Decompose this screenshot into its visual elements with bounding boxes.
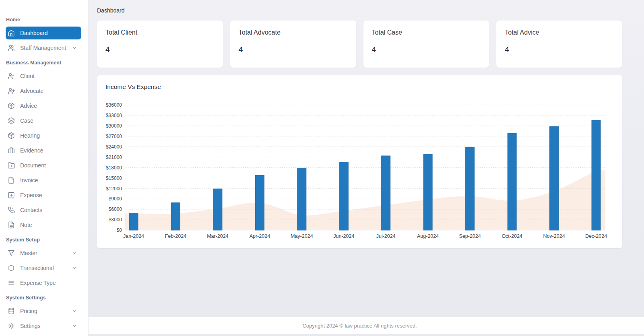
income-bar-sep-2024[interactable] bbox=[466, 147, 475, 230]
sidebar-item-label: Master bbox=[20, 250, 72, 256]
sidebar-item-label: Contacts bbox=[20, 207, 77, 213]
x-axis-label: Jun-2024 bbox=[333, 233, 354, 239]
sidebar-section-header-business-management: Business Management bbox=[0, 60, 88, 66]
chart-canvas: $0$3000$6000$9000$12000$15000$18000$2100… bbox=[105, 95, 615, 243]
sidebar-item-expense-type[interactable]: Expense Type bbox=[6, 276, 81, 289]
sidebar-item-label: Expense Type bbox=[20, 280, 77, 286]
income-bar-mar-2024[interactable] bbox=[213, 189, 222, 230]
sidebar-item-invoice[interactable]: Invoice bbox=[6, 174, 81, 187]
income-bar-aug-2024[interactable] bbox=[423, 154, 432, 230]
sidebar-item-evidence[interactable]: Evidence bbox=[6, 144, 81, 157]
stat-card-total-client: Total Client4 bbox=[97, 21, 223, 68]
sidebar-item-dashboard[interactable]: Dashboard bbox=[6, 27, 81, 39]
hexagon-icon bbox=[8, 264, 15, 272]
sidebar-item-label: Case bbox=[20, 117, 77, 124]
income-expense-chart[interactable]: $0$3000$6000$9000$12000$15000$18000$2100… bbox=[105, 95, 615, 243]
sidebar-item-label: Advice bbox=[20, 103, 77, 109]
user-check-icon bbox=[8, 72, 15, 80]
sidebar-item-advice[interactable]: Advice bbox=[6, 99, 81, 112]
y-axis-label: $3000 bbox=[109, 217, 122, 223]
y-axis-label: $6000 bbox=[109, 206, 122, 212]
chart-card: Income Vs Expense $0$3000$6000$9000$1200… bbox=[97, 75, 622, 248]
plus-square-icon bbox=[8, 192, 15, 199]
sidebar-item-expense[interactable]: Expense bbox=[6, 189, 81, 202]
y-axis-label: $33000 bbox=[106, 113, 122, 118]
sidebar-item-label: Settings bbox=[20, 323, 72, 329]
sidebar-item-contacts[interactable]: Contacts bbox=[6, 204, 81, 216]
y-axis-label: $9000 bbox=[109, 196, 122, 202]
filter-icon bbox=[8, 249, 15, 257]
income-bar-jul-2024[interactable] bbox=[382, 156, 390, 230]
income-bar-jun-2024[interactable] bbox=[339, 162, 348, 230]
y-axis-label: $36000 bbox=[106, 102, 122, 108]
sidebar-item-pricing[interactable]: Pricing bbox=[6, 305, 81, 317]
expense-area-series[interactable] bbox=[125, 169, 605, 230]
sidebar-item-label: Expense bbox=[20, 192, 77, 198]
sidebar-section-header-system-setup: System Setup bbox=[0, 237, 88, 243]
stat-card-total-advice: Total Advice4 bbox=[496, 21, 622, 68]
chevron-down-icon bbox=[72, 323, 77, 329]
file-text-icon bbox=[8, 221, 15, 229]
stat-cards-row: Total Client4Total Advocate4Total Case4T… bbox=[97, 21, 622, 68]
gear-icon bbox=[8, 322, 15, 330]
stat-card-title: Total Client bbox=[105, 29, 215, 36]
stat-card-value: 4 bbox=[105, 45, 215, 54]
sidebar-item-transactional[interactable]: Transactional bbox=[6, 262, 81, 274]
main-content: Dashboard Total Client4Total Advocate4To… bbox=[89, 0, 644, 336]
income-bar-nov-2024[interactable] bbox=[550, 127, 559, 230]
x-axis-label: Feb-2024 bbox=[165, 233, 187, 239]
copyright-text: Copyright 2024 © law practice All rights… bbox=[302, 323, 417, 329]
x-axis-label: May-2024 bbox=[291, 233, 313, 239]
stat-card-total-case: Total Case4 bbox=[363, 21, 489, 68]
sidebar-nav: HomeDashboardStaff ManagementBusiness Ma… bbox=[0, 17, 88, 332]
sidebar-item-document[interactable]: Document bbox=[6, 159, 81, 172]
chevron-down-icon bbox=[72, 45, 77, 51]
y-axis-label: $30000 bbox=[106, 123, 122, 129]
stat-card-value: 4 bbox=[372, 45, 481, 54]
sidebar-item-hearing[interactable]: Hearing bbox=[6, 129, 81, 142]
sidebar: HomeDashboardStaff ManagementBusiness Ma… bbox=[0, 0, 88, 336]
sidebar-item-label: Dashboard bbox=[20, 30, 77, 36]
x-axis-label: Oct-2024 bbox=[502, 233, 522, 239]
user-plus-icon bbox=[8, 87, 15, 95]
income-bar-oct-2024[interactable] bbox=[508, 133, 516, 230]
sidebar-item-case[interactable]: Case bbox=[6, 114, 81, 127]
package-icon bbox=[8, 132, 15, 139]
chart-title: Income Vs Expense bbox=[105, 83, 614, 91]
y-axis-label: $18000 bbox=[106, 165, 122, 171]
x-axis-label: Apr-2024 bbox=[250, 233, 270, 239]
footer: Copyright 2024 © law practice All rights… bbox=[89, 317, 644, 334]
sidebar-item-label: Staff Management bbox=[20, 45, 72, 51]
sidebar-item-label: Evidence bbox=[20, 147, 77, 154]
briefcase-icon bbox=[8, 147, 15, 154]
sidebar-item-label: Invoice bbox=[20, 177, 77, 183]
sidebar-item-label: Pricing bbox=[20, 308, 72, 314]
page-title: Dashboard bbox=[97, 7, 622, 14]
stat-card-title: Total Advice bbox=[505, 29, 614, 36]
sidebar-item-advocate[interactable]: Advocate bbox=[6, 85, 81, 97]
sidebar-item-note[interactable]: Note bbox=[6, 219, 81, 231]
income-bar-apr-2024[interactable] bbox=[255, 175, 264, 231]
sidebar-item-label: Client bbox=[20, 73, 77, 79]
income-bar-may-2024[interactable] bbox=[297, 168, 306, 230]
sidebar-item-settings[interactable]: Settings bbox=[6, 320, 81, 332]
sidebar-item-label: Note bbox=[20, 222, 77, 228]
sidebar-item-master[interactable]: Master bbox=[6, 247, 81, 260]
users-icon bbox=[8, 44, 15, 52]
stat-card-total-advocate: Total Advocate4 bbox=[230, 21, 356, 68]
y-axis-label: $27000 bbox=[106, 134, 122, 139]
x-axis-label: Nov-2024 bbox=[543, 233, 565, 239]
stat-card-value: 4 bbox=[505, 45, 614, 54]
income-bar-dec-2024[interactable] bbox=[592, 120, 601, 230]
home-icon bbox=[8, 29, 15, 37]
sidebar-item-client[interactable]: Client bbox=[6, 70, 81, 82]
income-bar-feb-2024[interactable] bbox=[171, 203, 180, 230]
file-icon bbox=[8, 177, 15, 184]
x-axis-label: Aug-2024 bbox=[417, 233, 439, 239]
x-axis-label: Jan-2024 bbox=[123, 233, 144, 239]
codesandbox-icon bbox=[8, 102, 15, 109]
income-bar-jan-2024[interactable] bbox=[129, 213, 138, 230]
x-axis-label: Dec-2024 bbox=[585, 233, 607, 239]
sidebar-item-staff-management[interactable]: Staff Management bbox=[6, 41, 81, 54]
layers-icon bbox=[8, 117, 15, 124]
